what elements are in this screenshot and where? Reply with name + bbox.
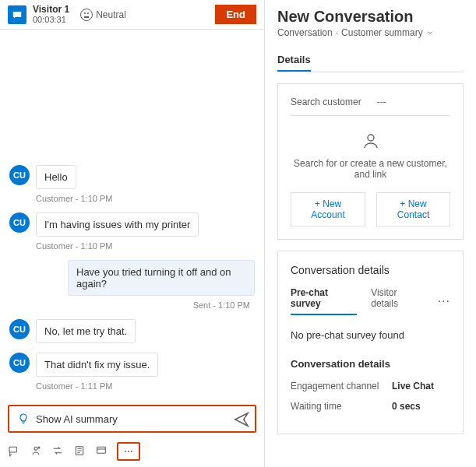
more-actions-button[interactable]	[117, 442, 140, 461]
sentiment-indicator: Neutral	[80, 9, 126, 21]
chat-toolbar	[0, 437, 264, 467]
notes-icon[interactable]	[73, 444, 86, 459]
new-account-button[interactable]: + New Account	[291, 192, 365, 226]
neutral-face-icon	[80, 9, 93, 21]
message-list: CU Hello Customer - 1:10 PM CU I'm havin…	[0, 30, 264, 402]
svg-point-6	[125, 451, 126, 452]
message-bubble: That didn't fix my issue.	[36, 353, 158, 377]
crumb-customer-summary: Customer summary	[341, 27, 423, 38]
customer-help-text: Search for or create a new customer, and…	[291, 158, 450, 180]
svg-point-9	[368, 135, 374, 141]
customer-avatar: CU	[9, 353, 30, 373]
compose-area: Show AI summary	[0, 402, 264, 437]
message-meta: Customer - 1:10 PM	[36, 241, 255, 251]
details-panel: New Conversation Conversation · Customer…	[265, 0, 476, 467]
chat-channel-icon	[8, 5, 26, 24]
svg-point-8	[131, 451, 132, 452]
conv-subhead: Conversation details	[291, 358, 450, 370]
message-row: CU I'm having issues with my printer	[9, 212, 255, 237]
conv-subtabs: Pre-chat survey Visitor details ···	[291, 287, 450, 315]
message-row: CU That didn't fix my issue.	[9, 353, 255, 377]
conv-details-title: Conversation details	[291, 264, 450, 276]
svg-point-3	[38, 447, 40, 448]
customer-buttons: + New Account + New Contact	[291, 192, 450, 226]
new-contact-button[interactable]: + New Contact	[376, 192, 450, 226]
message-row: Have you tried turning it off and on aga…	[9, 260, 255, 296]
knowledge-icon[interactable]	[95, 444, 108, 459]
send-icon[interactable]	[233, 411, 250, 428]
visitor-duration: 00:03:31	[33, 15, 69, 24]
visitor-info: Visitor 1 00:03:31	[33, 5, 69, 24]
subtab-visitor[interactable]: Visitor details	[371, 287, 423, 315]
quick-reply-icon[interactable]	[8, 444, 20, 459]
message-row: CU Hello	[9, 165, 255, 189]
chat-panel: Visitor 1 00:03:31 Neutral End CU Hello …	[0, 0, 265, 467]
conversation-details-card: Conversation details Pre-chat survey Vis…	[277, 251, 464, 434]
customer-avatar: CU	[9, 319, 30, 339]
svg-point-7	[128, 451, 129, 452]
detail-tabs: Details	[277, 49, 464, 72]
search-customer-row[interactable]: Search customer ---	[291, 97, 450, 116]
subtab-more[interactable]: ···	[438, 294, 450, 308]
kv-row: Engagement channel Live Chat	[291, 381, 450, 392]
message-bubble: I'm having issues with my printer	[36, 212, 199, 237]
chevron-down-icon	[426, 29, 434, 37]
ai-summary-button[interactable]: Show AI summary	[8, 405, 256, 433]
end-button[interactable]: End	[215, 5, 256, 24]
sentiment-label: Neutral	[96, 9, 126, 20]
tab-details[interactable]: Details	[277, 49, 311, 72]
kv-key: Engagement channel	[291, 381, 392, 392]
svg-point-2	[34, 447, 37, 450]
person-icon	[361, 132, 380, 150]
consult-icon[interactable]	[30, 444, 42, 459]
chat-header: Visitor 1 00:03:31 Neutral End	[0, 0, 264, 30]
kv-key: Waiting time	[291, 401, 392, 412]
message-row: CU No, let me try that.	[9, 319, 255, 343]
message-bubble: Hello	[36, 165, 76, 189]
message-meta: Customer - 1:11 PM	[36, 381, 255, 391]
customer-avatar: CU	[9, 165, 30, 185]
message-bubble: Have you tried turning it off and on aga…	[68, 260, 255, 296]
message-bubble: No, let me try that.	[36, 319, 136, 343]
crumb-conversation: Conversation	[277, 27, 333, 38]
customer-avatar: CU	[9, 212, 30, 233]
ai-summary-label: Show AI summary	[36, 413, 118, 425]
svg-rect-0	[13, 12, 22, 17]
transfer-icon[interactable]	[51, 444, 64, 459]
kv-value: 0 secs	[392, 401, 421, 412]
message-spacer	[9, 37, 255, 162]
customer-card: Search customer --- Search for or create…	[277, 83, 464, 240]
svg-rect-1	[9, 447, 16, 452]
message-meta: Customer - 1:10 PM	[36, 194, 255, 203]
visitor-name: Visitor 1	[33, 5, 69, 15]
search-customer-value: ---	[377, 97, 386, 107]
page-title: New Conversation	[277, 8, 464, 26]
kv-row: Waiting time 0 secs	[291, 401, 450, 412]
search-customer-label: Search customer	[291, 97, 361, 107]
lightbulb-icon	[17, 413, 30, 425]
prechat-empty-text: No pre-chat survey found	[291, 329, 450, 341]
message-meta: Sent - 1:10 PM	[9, 300, 250, 310]
svg-rect-5	[97, 447, 106, 453]
subtab-prechat[interactable]: Pre-chat survey	[291, 287, 357, 315]
kv-value: Live Chat	[392, 381, 434, 392]
breadcrumb[interactable]: Conversation · Customer summary	[277, 27, 464, 38]
